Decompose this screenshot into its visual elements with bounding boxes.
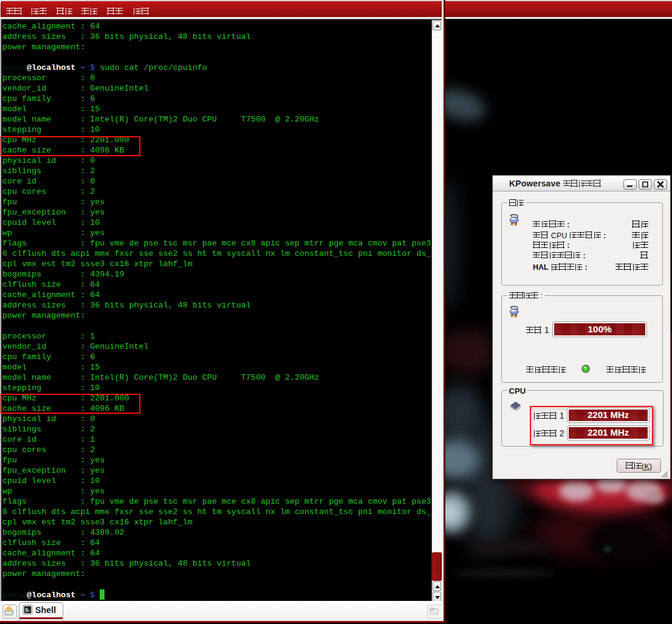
svg-text:$: $ [25,608,29,614]
